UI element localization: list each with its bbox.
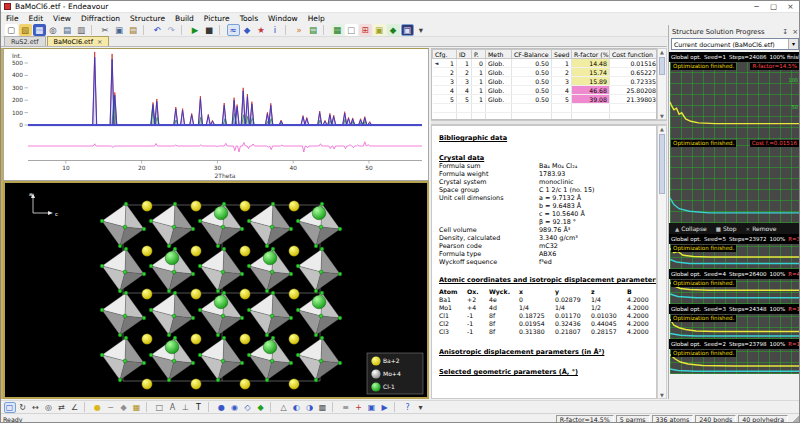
table-row[interactable]: 331Glob.0.50315.890.72335	[433, 77, 658, 86]
toolbar-options-icon[interactable]: ▾	[415, 24, 428, 36]
menu-file[interactable]: File	[1, 13, 24, 24]
cut-icon[interactable]: ✂	[99, 24, 112, 36]
structure-picture-panel[interactable]: acBa+2Mo+4Cl-1	[3, 181, 429, 399]
text-tool-icon[interactable]: T	[193, 402, 205, 413]
help-pointer-icon[interactable]: ?	[402, 402, 414, 413]
optimization-icon[interactable]: ★	[255, 24, 268, 36]
polyhedra-view-icon[interactable]: ◆	[387, 24, 400, 36]
copy-icon[interactable]: ▣	[113, 24, 126, 36]
menu-help[interactable]: Help	[303, 13, 330, 24]
show-axes-icon[interactable]: ⊥	[180, 402, 192, 413]
close-icon[interactable]: ×	[782, 1, 799, 12]
menu-window[interactable]: Window	[263, 13, 303, 24]
polyhedra-style-icon[interactable]: ◆	[255, 402, 267, 413]
plot-axis-label: 100	[788, 77, 798, 83]
menu-build[interactable]: Build	[170, 13, 199, 24]
undo-icon[interactable]: ↶	[151, 24, 164, 36]
start-calculation-icon[interactable]: ▶	[189, 24, 202, 36]
column-header[interactable]: Meth	[486, 50, 512, 59]
pointer-tool-icon[interactable]: ▢	[4, 402, 16, 413]
resize-grip[interactable]	[790, 415, 799, 423]
remove-button[interactable]: ×Remove	[746, 225, 777, 232]
menu-tools[interactable]: Tools	[235, 13, 263, 24]
menu-picture[interactable]: Picture	[199, 13, 235, 24]
stop-button[interactable]: ■Stop	[716, 225, 737, 232]
column-header[interactable]: R-factor (%)	[572, 50, 610, 59]
space-fill-style-icon[interactable]: ●	[216, 402, 228, 413]
configuration-table[interactable]: Cfg.IDP.MethCF-BalanceSeedR-factor (%)Co…	[431, 48, 657, 120]
table-row[interactable]: 441Glob.0.50446.6825.80208	[433, 86, 658, 95]
table-scrollbar[interactable]: ▲▼	[657, 48, 667, 120]
cell-parameters-icon[interactable]: ▣	[373, 24, 386, 36]
column-header[interactable]: CF-Balance	[512, 50, 552, 59]
zoom-tool-icon[interactable]: ◎	[43, 402, 55, 413]
redo-icon[interactable]: ↷	[165, 24, 178, 36]
structure-picture-icon[interactable]: ▣	[401, 24, 414, 36]
translate-tool-icon[interactable]: ↔	[30, 402, 42, 413]
cl-vertex-atom	[142, 227, 146, 231]
collapse-button[interactable]: ▲Collapse	[675, 225, 707, 232]
wizard-icon[interactable]: »	[293, 24, 306, 36]
atomic-column-header: Atom	[439, 288, 467, 296]
menu-structure[interactable]: Structure	[125, 13, 170, 24]
show-labels-icon[interactable]: A	[167, 402, 179, 413]
find-icon[interactable]: ◎	[47, 24, 60, 36]
angle-tool-icon[interactable]: ∠	[69, 402, 81, 413]
minimize-icon[interactable]: ─	[748, 1, 765, 12]
distance-tool-icon[interactable]: ⇄	[56, 402, 68, 413]
column-header[interactable]: ID	[457, 50, 472, 59]
tab-close-icon[interactable]: ×	[97, 38, 102, 46]
save-icon[interactable]: ▦	[33, 24, 46, 36]
open-icon[interactable]: ▧	[19, 24, 32, 36]
report-icon[interactable]: ▤	[307, 24, 320, 36]
tab-BaMoCl6.etf[interactable]: BaMoCl6.etf×	[47, 36, 110, 46]
panel-close-icon[interactable]: ×	[792, 28, 798, 36]
perspective-icon[interactable]: △	[278, 402, 290, 413]
annotate-icon[interactable]: +	[353, 402, 365, 413]
wireframe-style-icon[interactable]: ◇	[242, 402, 254, 413]
menu-diffraction[interactable]: Diffraction	[76, 13, 125, 24]
stereo-view-icon[interactable]: ◐	[291, 402, 303, 413]
pin-icon[interactable]: ↧	[782, 28, 788, 36]
ball-stick-style-icon[interactable]: ◉	[229, 402, 241, 413]
cl-vertex-atom	[118, 378, 122, 382]
table-row[interactable]: 551Glob.0.50539.0821.39803	[433, 95, 658, 104]
pack-cell-icon[interactable]: ▦	[131, 402, 143, 413]
menu-edit[interactable]: Edit	[24, 13, 49, 24]
new-file-icon[interactable]: ▢	[5, 24, 18, 36]
background-color-icon[interactable]: ▩	[317, 402, 329, 413]
structure-view-icon[interactable]: ◆	[241, 24, 254, 36]
build-polyhedra-icon[interactable]: ◆	[118, 402, 130, 413]
info-icon[interactable]: i	[269, 24, 282, 36]
data-sheet-icon[interactable]: ▦	[331, 24, 344, 36]
measure-icon[interactable]: ≡	[340, 402, 352, 413]
document-scrollbar[interactable]: ▲▼	[657, 125, 667, 399]
table-row[interactable]: ◄110Glob.0.50114.480.01516	[433, 59, 658, 68]
column-header[interactable]: Cost function	[610, 50, 658, 59]
document-selector[interactable]: Current document (BaMoCl6.etf) ▾	[671, 38, 799, 50]
paste-icon[interactable]: ▤	[127, 24, 140, 36]
tab-RuS2.etf[interactable]: RuS2.etf	[4, 36, 46, 46]
picture-options-icon[interactable]: ▾	[415, 402, 427, 413]
lighting-icon[interactable]: ◑	[304, 402, 316, 413]
show-unit-cell-icon[interactable]: □	[154, 402, 166, 413]
print-preview-icon[interactable]: ▤	[61, 24, 74, 36]
table-row[interactable]: 221Glob.0.50215.740.65227	[433, 68, 658, 77]
maximize-icon[interactable]: ▢	[765, 1, 782, 12]
column-header[interactable]: P.	[472, 50, 486, 59]
powder-pattern-view-icon[interactable]: ≈	[227, 24, 240, 36]
snapshot-icon[interactable]: ▣	[366, 402, 378, 413]
run-r: R=46.7	[788, 271, 800, 277]
movie-icon[interactable]: ▶	[379, 402, 391, 413]
add-bond-icon[interactable]: −	[105, 402, 117, 413]
menu-view[interactable]: View	[48, 13, 76, 24]
stop-calculation-icon[interactable]: ■	[203, 24, 216, 36]
cl-vertex-atom	[319, 314, 323, 318]
add-atom-icon[interactable]: ●	[92, 402, 104, 413]
column-header[interactable]: Cfg.	[433, 50, 457, 59]
reflection-list-icon[interactable]: ⊞	[359, 24, 372, 36]
column-header[interactable]: Seed	[552, 50, 572, 59]
blank-view-icon[interactable]: □	[345, 24, 358, 36]
print-icon[interactable]: ▥	[75, 24, 88, 36]
rotate-tool-icon[interactable]: ↻	[17, 402, 29, 413]
